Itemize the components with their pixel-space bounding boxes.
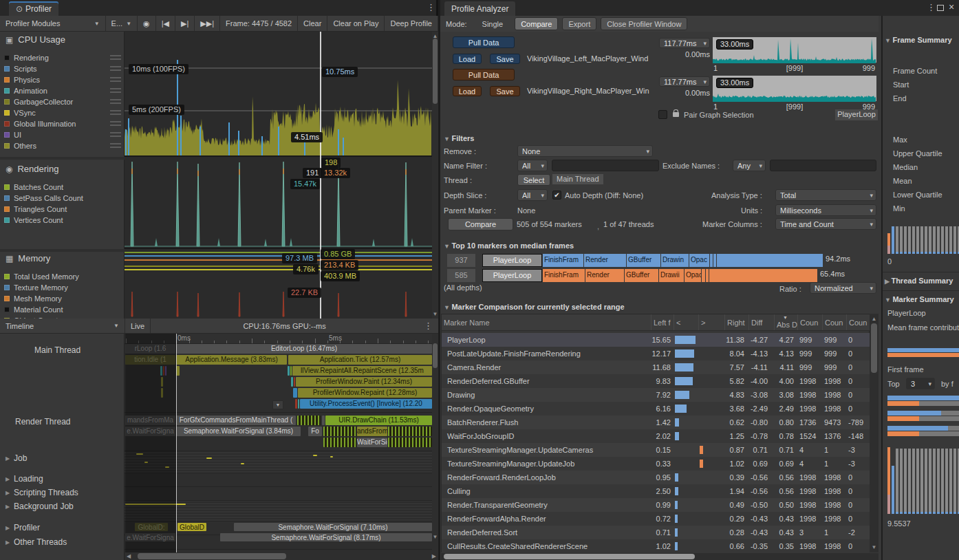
analysis-type-dropdown[interactable]: Total bbox=[775, 189, 876, 201]
legend-swatch[interactable] bbox=[4, 274, 10, 279]
timeline-span[interactable]: ForGfxCommandsFromMainThread ( bbox=[176, 416, 296, 425]
module-header[interactable]: ▣CPU Usage bbox=[6, 34, 65, 45]
legend-item[interactable]: Material Count bbox=[4, 304, 121, 314]
timeline-span[interactable]: Utility.ProcessEvent() [Invoke] (12.20 bbox=[300, 399, 432, 409]
legend-swatch[interactable] bbox=[4, 206, 10, 212]
foldout-arrow-icon[interactable]: ▶ bbox=[6, 525, 10, 531]
drag-handle-icon[interactable] bbox=[110, 77, 121, 82]
timeline-span[interactable]: GlobalD bbox=[177, 523, 206, 531]
top-n-dropdown[interactable]: 3 bbox=[906, 378, 935, 389]
column-header-3[interactable]: > bbox=[698, 314, 724, 330]
legend-swatch[interactable] bbox=[4, 99, 10, 105]
top10-segment[interactable]: GBuffer bbox=[627, 254, 660, 267]
timeline-span[interactable] bbox=[291, 377, 293, 387]
profiler-charts[interactable]: 10ms (100FPS)5ms (200FPS)10.75ms4.51ms19… bbox=[125, 32, 432, 319]
drag-handle-icon[interactable] bbox=[110, 132, 121, 137]
save-button[interactable]: Save bbox=[490, 54, 520, 64]
top10-segment[interactable]: Render bbox=[585, 269, 624, 282]
histogram-bar[interactable] bbox=[933, 252, 936, 254]
close-icon[interactable]: × bbox=[949, 1, 954, 12]
top10-segment[interactable]: Render bbox=[584, 254, 626, 267]
load-button[interactable]: Load bbox=[453, 54, 482, 64]
drag-handle-icon[interactable] bbox=[110, 121, 121, 126]
foldout-arrow-icon[interactable]: ▶ bbox=[6, 455, 10, 462]
histogram-bar[interactable] bbox=[941, 226, 944, 252]
timeline-span[interactable]: Application.Tick (12.57ms) bbox=[288, 355, 432, 365]
timeline-span[interactable]: Fo bbox=[308, 427, 322, 436]
legend-swatch[interactable] bbox=[4, 217, 10, 223]
top10-segment[interactable]: Drawii bbox=[659, 269, 684, 282]
timeline-span[interactable] bbox=[293, 388, 297, 398]
legend-item[interactable]: SetPass Calls Count bbox=[4, 193, 121, 203]
table-row[interactable]: RenderForwardAlpha.Render0.720.29-0.430.… bbox=[442, 512, 870, 526]
frame-time-graph[interactable]: 33.00ms bbox=[713, 75, 876, 101]
histogram-bar[interactable] bbox=[896, 226, 898, 252]
table-row[interactable]: RenderDeferred.Sort0.710.28-0.430.4331-2 bbox=[442, 526, 870, 539]
comparison-hscrollbar[interactable] bbox=[441, 553, 879, 560]
legend-swatch[interactable] bbox=[4, 88, 10, 94]
legend-item[interactable]: Batches Count bbox=[4, 182, 121, 192]
column-header-6[interactable]: ▼Abs D bbox=[774, 314, 797, 330]
histogram-bar[interactable] bbox=[933, 226, 936, 252]
legend-item[interactable]: Others bbox=[4, 140, 121, 151]
histogram-bar[interactable] bbox=[887, 495, 890, 514]
column-header-9[interactable]: Coun bbox=[846, 314, 870, 330]
histogram-bar[interactable] bbox=[929, 252, 931, 254]
live-button[interactable]: Live bbox=[125, 319, 151, 333]
histogram-bar[interactable] bbox=[937, 449, 940, 512]
chart-canvas[interactable] bbox=[125, 249, 432, 319]
timeline-span[interactable] bbox=[297, 416, 321, 425]
thread-row-other-threads[interactable]: ▶Other Threads bbox=[0, 537, 125, 548]
legend-item[interactable]: Mesh Memory bbox=[4, 293, 121, 303]
scroll-down-icon[interactable]: ▼ bbox=[432, 534, 438, 540]
save-button[interactable]: Save bbox=[490, 86, 520, 96]
histogram-bar[interactable] bbox=[925, 512, 927, 514]
histogram-bar[interactable] bbox=[920, 252, 923, 254]
histogram-bar[interactable] bbox=[953, 252, 956, 254]
thread-row-main-thread[interactable]: Main Thread bbox=[0, 345, 125, 356]
timeline-span[interactable]: Semaphore.WaitForSignal (8.17ms) bbox=[220, 533, 432, 541]
foldout-arrow-icon[interactable]: ▶ bbox=[6, 476, 10, 482]
column-header-marker-name[interactable]: Marker Name bbox=[442, 314, 651, 330]
maximize-icon[interactable] bbox=[937, 5, 944, 11]
top10-segment[interactable]: Drawin bbox=[661, 254, 689, 267]
histogram-bar[interactable] bbox=[904, 512, 907, 514]
name-filter-scope-dropdown[interactable]: All bbox=[517, 160, 548, 171]
histogram-bar[interactable] bbox=[949, 512, 952, 514]
clear-on-play-button[interactable]: Clear on Play bbox=[327, 16, 385, 31]
scroll-down-icon[interactable]: ▼ bbox=[432, 311, 438, 317]
table-row[interactable]: CullResults.CreateSharedRendererScene1.0… bbox=[442, 539, 870, 553]
last-frame-button[interactable]: ▶▶| bbox=[195, 16, 220, 31]
top10-segment[interactable] bbox=[710, 254, 713, 267]
marker-columns-dropdown[interactable]: Time and Count bbox=[775, 218, 876, 230]
legend-swatch[interactable] bbox=[4, 184, 10, 190]
next-frame-button[interactable]: ▶| bbox=[175, 16, 195, 31]
histogram-bar[interactable] bbox=[949, 449, 952, 512]
table-row[interactable]: PlayerLoop15.6511.38-4.274.279999990 bbox=[442, 333, 870, 347]
table-row[interactable]: TextureStreamingManager.UpdateJob0.331.0… bbox=[442, 457, 870, 471]
foldout-arrow-icon[interactable]: ▶ bbox=[6, 490, 10, 496]
timeline-span[interactable]: ProfilerWindow.Repaint (12.28ms) bbox=[298, 388, 432, 398]
timeline-span[interactable] bbox=[290, 366, 292, 376]
histogram-bar[interactable] bbox=[900, 512, 903, 514]
table-row[interactable]: TextureStreamingManager.UpdateCameras0.1… bbox=[442, 443, 870, 457]
legend-swatch[interactable] bbox=[4, 307, 10, 312]
histogram-bar[interactable] bbox=[920, 449, 923, 512]
legend-swatch[interactable] bbox=[4, 143, 10, 149]
drag-handle-icon[interactable] bbox=[110, 66, 121, 71]
table-row[interactable]: Camera.Render11.687.57-4.114.119999990 bbox=[442, 360, 870, 374]
timeline-span[interactable] bbox=[288, 366, 290, 376]
timeline-hscrollbar[interactable]: ◀ ▶ bbox=[125, 552, 438, 560]
tab-profiler[interactable]: ⊙ Profiler bbox=[9, 1, 58, 16]
histogram-bar[interactable] bbox=[933, 449, 936, 512]
legend-swatch[interactable] bbox=[4, 55, 10, 61]
ratio-dropdown[interactable]: Normalized bbox=[810, 282, 876, 294]
timeline-span[interactable] bbox=[323, 438, 356, 447]
timeline-span[interactable] bbox=[294, 377, 295, 387]
drag-handle-icon[interactable] bbox=[110, 110, 121, 115]
timeline-span[interactable] bbox=[295, 399, 297, 409]
histogram-bar[interactable] bbox=[945, 226, 948, 252]
top10-segment[interactable]: FinishFram bbox=[543, 269, 585, 282]
module-header[interactable]: ◉Rendering bbox=[6, 164, 58, 174]
thread-row-background-job[interactable]: ▶Background Job bbox=[0, 502, 125, 512]
